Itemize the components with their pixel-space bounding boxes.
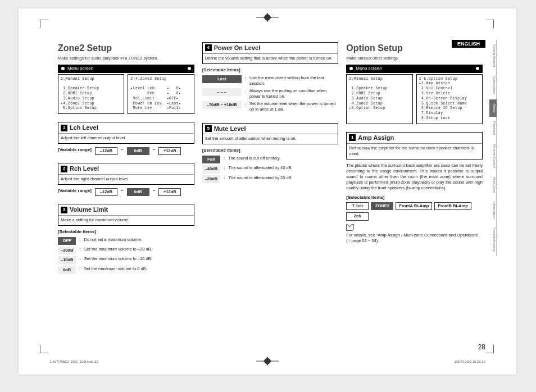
items-label: [Selectable items] — [202, 148, 339, 154]
items-label: [Selectable items] — [202, 67, 339, 74]
option-key: –10dB — [58, 256, 76, 264]
section-title: Mute Level — [214, 125, 246, 133]
sidebar-item: Troubleshooting — [489, 223, 497, 256]
option-button: ZONE2 — [371, 202, 393, 210]
menu-screen-label: Menu screen — [356, 66, 381, 72]
range-label: [Variable range] — [58, 188, 92, 194]
section-desc: Define how the amplifier for the surroun… — [347, 144, 482, 157]
section-number: 1 — [349, 134, 356, 141]
crop-mark — [40, 345, 48, 353]
sidebar-item: Multi-Zone — [489, 172, 497, 197]
option-desc: Set the maximum volume to 0 dB. — [84, 266, 194, 272]
svg-rect-3 — [264, 13, 271, 21]
option-button: 7.1ch — [346, 202, 369, 210]
sidebar-item: Remote Control — [489, 140, 497, 172]
option-key: – – – — [202, 88, 242, 96]
section-desc: Adjust the left channel output level. — [58, 134, 194, 141]
items-label: [Selectable items] — [58, 229, 194, 235]
option-button: 2ch — [346, 212, 369, 220]
body-paragraph: The places where the surround back ampli… — [346, 163, 483, 192]
page-title-zone2: Zone2 Setup — [58, 42, 194, 54]
page-number: 28 — [478, 343, 485, 351]
option-desc: Use the memorized setting from the last … — [249, 75, 338, 86]
subtitle: Make settings for audio playback in a ZO… — [58, 56, 194, 61]
dot-icon — [349, 67, 353, 70]
range-min: –12dB — [95, 147, 117, 155]
option-key: Last — [202, 75, 242, 83]
range-max: +12dB — [158, 147, 181, 155]
option-key: –20dB — [58, 247, 76, 254]
section-number: 2 — [61, 166, 67, 172]
section-title: Amp Assign — [358, 134, 394, 142]
menu-screen-left: 2.Manual Setup 1.Speaker Setup 2.HDMI Se… — [346, 74, 412, 124]
option-desc: The sound is attenuated by 20 dB. — [228, 175, 338, 181]
sidebar-nav: Getting StartedConnectionsSetupPlaybackR… — [489, 40, 497, 256]
section-title: Lch Level — [70, 124, 98, 132]
option-button: FrontA Bi-Amp — [396, 202, 432, 210]
option-key: –20dB — [202, 175, 221, 183]
option-desc: Set the maximum volume to –10 dB. — [84, 256, 194, 262]
section-title: Volume Limit — [70, 206, 108, 214]
dot-icon — [61, 67, 65, 70]
option-key: OFF — [58, 237, 76, 245]
crop-mark — [485, 345, 494, 353]
section-desc: Adjust the right channel output level. — [58, 175, 194, 182]
section-desc: Set the amount of attenuation when mutin… — [203, 134, 338, 142]
sidebar-item: Getting Started — [489, 40, 497, 71]
section-title: Rch Level — [70, 165, 99, 173]
section-title: Power On Level — [214, 44, 261, 52]
range-max: +12dB — [158, 188, 181, 196]
subtitle: Make various other settings. — [346, 56, 483, 61]
menu-screen-left: 2.Manual Setup 1.Speaker Setup 2.HDMI Se… — [58, 74, 124, 115]
section-desc: Define the volume setting that is active… — [203, 54, 338, 61]
option-key: 0dB — [58, 266, 76, 274]
sidebar-item: Playback — [489, 117, 497, 139]
menu-screen-right: 2-4.Zone2 Setup ▸Level Lch ◂ 0▸ Rch ◂ 0▸… — [128, 74, 194, 115]
registration-mark — [251, 13, 284, 22]
option-desc: The sound is attenuated by 40 dB. — [228, 165, 338, 171]
section-number: 3 — [61, 207, 67, 213]
items-label: [Selectable items] — [346, 195, 483, 201]
section-number: 1 — [61, 125, 67, 131]
option-desc: Always use the muting on condition when … — [249, 88, 338, 99]
option-desc: Set the maximum volume to –20 dB. — [84, 247, 194, 252]
section-number: 5 — [205, 125, 212, 132]
crop-mark — [40, 20, 48, 28]
page-title-option: Option Setup — [346, 42, 483, 54]
option-desc: Set the volume level when the power is t… — [249, 101, 338, 112]
sidebar-item: Connections — [489, 71, 497, 99]
sidebar-item: Information — [489, 197, 497, 223]
option-desc: Do not set a maximum volume. — [84, 237, 194, 243]
footer-left: 1.AVR788E3_ENG_108i.indd 31 — [49, 360, 98, 363]
option-key: Full — [202, 156, 220, 163]
option-key: –70dB ~ +18dB — [202, 101, 242, 109]
dot-icon — [188, 67, 191, 70]
range-default: 0dB — [127, 147, 149, 155]
footer-right: 2007/10/05 16:22:14 — [455, 360, 485, 363]
option-key: –40dB — [202, 165, 221, 173]
note-icon — [346, 224, 354, 231]
range-default: 0dB — [127, 188, 149, 196]
section-number: 4 — [205, 44, 212, 51]
menu-screen-header: Menu screen — [346, 65, 483, 73]
option-desc: The sound is cut off entirely. — [228, 156, 338, 161]
option-button: FrontB Bi-Amp — [434, 202, 471, 210]
note-text: For details, see "Amp Assign / Multi-zon… — [346, 233, 483, 244]
range-min: –12dB — [95, 188, 117, 196]
menu-screen-label: Menu screen — [67, 66, 93, 72]
dot-icon — [476, 67, 479, 70]
range-label: [Variable range] — [58, 147, 92, 153]
sidebar-item: Setup — [489, 99, 497, 117]
section-desc: Make a setting for maximum volume. — [58, 216, 194, 223]
menu-screen-right: 2-5.Option Setup ▸1.Amp Assign 2.Vol.Con… — [416, 74, 483, 124]
menu-screen-header: Menu screen — [58, 65, 194, 73]
crop-mark — [485, 20, 494, 28]
